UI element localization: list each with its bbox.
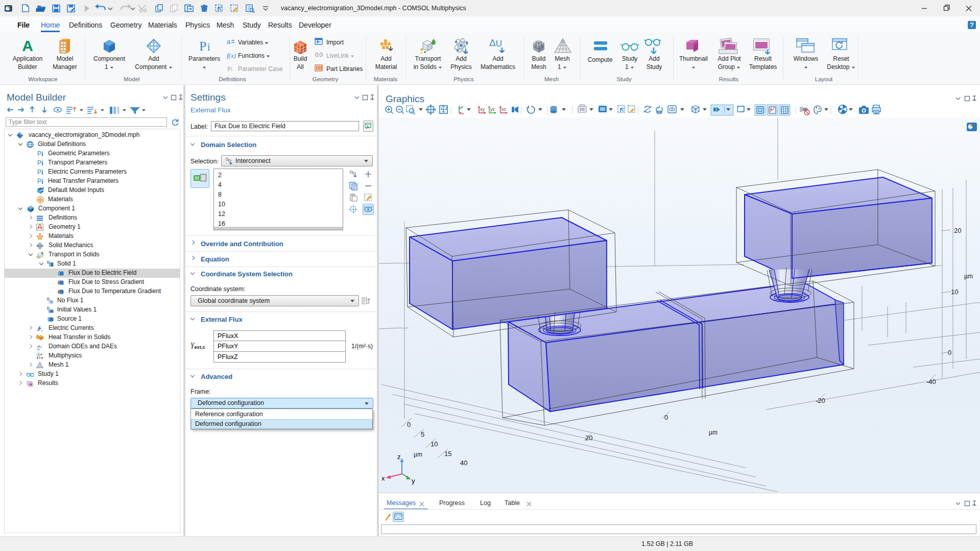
svg-text:dt: dt	[37, 347, 40, 350]
svg-text:10: 10	[431, 440, 438, 448]
svg-text:x: x	[381, 474, 385, 482]
svg-text:0: 0	[407, 421, 411, 428]
svg-text:40: 40	[460, 459, 467, 467]
svg-text:P: P	[199, 39, 206, 54]
svg-text:µm: µm	[709, 429, 718, 436]
svg-text:µm: µm	[964, 273, 973, 280]
svg-text:Pi: Pi	[227, 65, 232, 73]
svg-text:f(x): f(x)	[227, 52, 236, 59]
svg-text:a: a	[227, 38, 231, 45]
svg-text:µm: µm	[414, 451, 422, 458]
svg-text:P: P	[37, 150, 41, 157]
svg-text:15: 15	[444, 450, 451, 458]
svg-text:yz: yz	[490, 107, 495, 112]
svg-text:D: D	[47, 306, 50, 310]
svg-text:0: 0	[948, 349, 951, 356]
svg-text:20: 20	[954, 227, 961, 234]
svg-text:D: D	[47, 297, 50, 301]
svg-text:0: 0	[664, 414, 668, 421]
svg-text:P: P	[37, 159, 41, 166]
svg-text:10: 10	[951, 288, 958, 296]
svg-text:P: P	[37, 169, 41, 176]
svg-text:-40: -40	[926, 378, 936, 386]
svg-text:A: A	[22, 38, 33, 54]
svg-text:i: i	[207, 41, 210, 53]
svg-text:xz: xz	[501, 107, 507, 112]
svg-text:P: P	[37, 178, 41, 185]
svg-text:z: z	[397, 453, 401, 461]
svg-text:xy: xy	[480, 107, 485, 112]
svg-text:20: 20	[585, 434, 592, 442]
svg-text:y: y	[412, 477, 415, 485]
svg-text:-20: -20	[816, 397, 825, 404]
svg-text:5: 5	[421, 430, 424, 438]
svg-text:ΔU: ΔU	[489, 37, 502, 49]
